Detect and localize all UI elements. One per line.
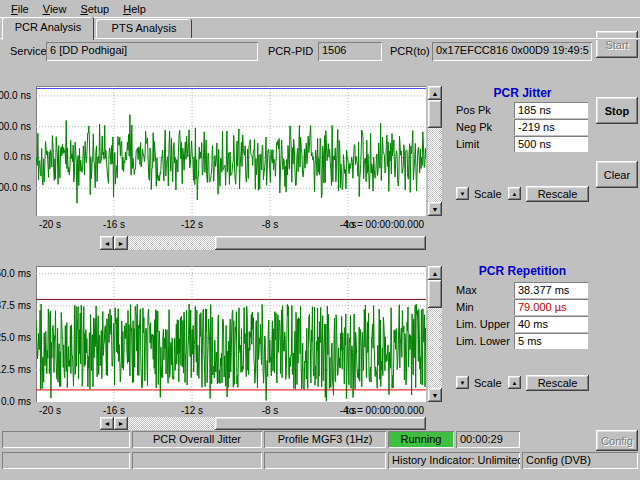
scale-down-icon: ▼ xyxy=(460,380,466,386)
lim-lower-row: Lim. Lower 5 ms xyxy=(452,333,593,349)
menu-setup[interactable]: Setup xyxy=(73,2,116,16)
pcr-repetition-chart[interactable] xyxy=(36,266,426,402)
limit-label: Limit xyxy=(456,138,479,150)
scale-up-icon: ▲ xyxy=(512,380,518,386)
y-tick-label: 200.0 ns xyxy=(0,90,31,102)
app-window: File View Setup Help PCR Analysis PTS An… xyxy=(0,0,640,480)
jitter-horizontal-scrollbar[interactable]: ◄ ► xyxy=(100,236,426,250)
pcr-repetition-panel: PCR Repetition Max 38.377 ms Min 79.000 … xyxy=(452,262,593,402)
limit-row: Limit 500 ns xyxy=(452,136,593,152)
scale-down-icon: ▼ xyxy=(460,191,466,197)
y-tick-label: 0.0 ns xyxy=(4,151,31,163)
scroll-left-button[interactable]: ◄ xyxy=(100,236,114,250)
y-tick-label: -100.0 ns xyxy=(0,182,31,194)
lim-lower-value[interactable]: 5 ms xyxy=(514,333,588,349)
right-arrow-icon: ► xyxy=(118,240,125,247)
scroll-down-button[interactable]: ▼ xyxy=(428,388,442,402)
scroll-right-button[interactable]: ► xyxy=(114,417,128,430)
menu-file[interactable]: File xyxy=(4,2,36,16)
max-value: 38.377 ms xyxy=(514,282,588,298)
scroll-right-button[interactable]: ► xyxy=(114,236,128,250)
x-tick-label: -12 s xyxy=(175,219,209,230)
scrollbar-thumb[interactable] xyxy=(215,236,426,250)
footer-config-standard: Config (DVB) xyxy=(522,452,638,469)
x-tick-label: -16 s xyxy=(97,219,131,230)
repetition-x-axis-labels: -20 s-16 s-12 s-8 s-4 sto = 00:00:00.000 xyxy=(36,405,426,417)
scroll-up-button[interactable]: ▲ xyxy=(428,266,442,280)
neg-pk-label: Neg Pk xyxy=(456,121,492,133)
status-cell-empty xyxy=(2,431,130,448)
config-button[interactable]: Config xyxy=(596,430,638,451)
scrollbar-thumb[interactable] xyxy=(215,417,426,430)
min-label: Min xyxy=(456,301,474,313)
status-elapsed-time: 00:00:29 xyxy=(456,431,520,448)
status-overall-jitter: PCR Overall Jitter xyxy=(132,431,262,448)
x-tick-label: -8 s xyxy=(253,405,287,416)
left-arrow-icon: ◄ xyxy=(104,240,111,247)
tab-pcr-analysis[interactable]: PCR Analysis xyxy=(2,17,94,40)
repetition-horizontal-scrollbar[interactable]: ◄ ► xyxy=(100,417,426,430)
tab-panel-edge xyxy=(0,38,640,40)
menu-view[interactable]: View xyxy=(36,2,74,16)
max-label: Max xyxy=(456,284,477,296)
stop-button[interactable]: Stop xyxy=(596,97,638,124)
max-row: Max 38.377 ms xyxy=(452,282,593,298)
y-tick-label: 100.0 ns xyxy=(0,121,31,133)
pcr-pid-value-field: 1506 xyxy=(318,42,382,61)
tab-pts-analysis[interactable]: PTS Analysis xyxy=(96,19,192,38)
scale-decrease-button[interactable]: ▼ xyxy=(456,187,469,200)
status-running-badge: Running xyxy=(388,431,454,448)
pos-pk-value: 185 ns xyxy=(514,102,588,118)
jitter-vertical-scrollbar[interactable]: ▲ ▼ xyxy=(428,86,442,216)
rescale-button[interactable]: Rescale xyxy=(526,186,589,202)
lim-upper-value[interactable]: 40 ms xyxy=(514,316,588,332)
repetition-vertical-scrollbar[interactable]: ▲ ▼ xyxy=(428,266,442,402)
neg-pk-value: -219 ns xyxy=(514,119,588,135)
scale-decrease-button[interactable]: ▼ xyxy=(456,376,469,389)
y-tick-label: 50.0 ms xyxy=(0,268,31,280)
pos-pk-label: Pos Pk xyxy=(456,104,491,116)
scale-label: Scale xyxy=(474,377,502,389)
lim-upper-row: Lim. Upper 40 ms xyxy=(452,316,593,332)
min-value: 79.000 µs xyxy=(514,299,588,315)
pos-pk-row: Pos Pk 185 ns xyxy=(452,102,593,118)
service-value-field[interactable]: 6 [DD Podhigai] xyxy=(46,42,258,61)
y-tick-label: 12.5 ms xyxy=(0,364,31,376)
right-arrow-icon: ► xyxy=(118,420,125,427)
scrollbar-thumb[interactable] xyxy=(428,100,442,128)
repetition-scale-controls: ▼ Scale ▲ Rescale xyxy=(452,375,593,392)
footer-cell-empty xyxy=(132,452,262,469)
scrollbar-thumb[interactable] xyxy=(428,280,442,308)
x-axis-reference-time: to = 00:00:00.000 xyxy=(346,219,424,230)
pcr-repetition-panel-title: PCR Repetition xyxy=(452,264,593,278)
limit-value[interactable]: 500 ns xyxy=(514,136,588,152)
pcr-jitter-panel: PCR Jitter Pos Pk 185 ns Neg Pk -219 ns … xyxy=(452,84,593,256)
scale-increase-button[interactable]: ▲ xyxy=(508,187,521,200)
y-tick-label: 0.0 ms xyxy=(1,396,31,408)
x-tick-label: -8 s xyxy=(253,219,287,230)
neg-pk-row: Neg Pk -219 ns xyxy=(452,119,593,135)
down-arrow-icon: ▼ xyxy=(432,392,439,399)
menu-help[interactable]: Help xyxy=(116,2,153,16)
pcr-jitter-chart[interactable] xyxy=(36,86,426,216)
footer-cell-empty xyxy=(264,452,386,469)
scroll-left-button[interactable]: ◄ xyxy=(100,417,114,430)
start-button[interactable]: Start xyxy=(596,31,638,58)
x-tick-label: -12 s xyxy=(175,405,209,416)
lim-upper-label: Lim. Upper xyxy=(456,318,510,330)
scale-increase-button[interactable]: ▲ xyxy=(508,376,521,389)
repetition-y-axis-labels: 50.0 ms37.5 ms25.0 ms12.5 ms0.0 ms xyxy=(0,266,34,402)
jitter-y-axis-labels: 200.0 ns100.0 ns0.0 ns-100.0 ns xyxy=(0,86,34,216)
scale-up-icon: ▲ xyxy=(512,191,518,197)
x-tick-label: -20 s xyxy=(33,405,67,416)
min-row: Min 79.000 µs xyxy=(452,299,593,315)
scroll-up-button[interactable]: ▲ xyxy=(428,86,442,100)
scroll-down-button[interactable]: ▼ xyxy=(428,202,442,216)
y-tick-label: 25.0 ms xyxy=(0,332,31,344)
status-profile: Profile MGF3 (1Hz) xyxy=(264,431,386,448)
pcr-pid-label: PCR-PID xyxy=(268,45,313,57)
x-tick-label: -20 s xyxy=(33,219,67,230)
up-arrow-icon: ▲ xyxy=(432,90,439,97)
clear-button[interactable]: Clear xyxy=(596,161,638,188)
rescale-button[interactable]: Rescale xyxy=(526,375,589,391)
